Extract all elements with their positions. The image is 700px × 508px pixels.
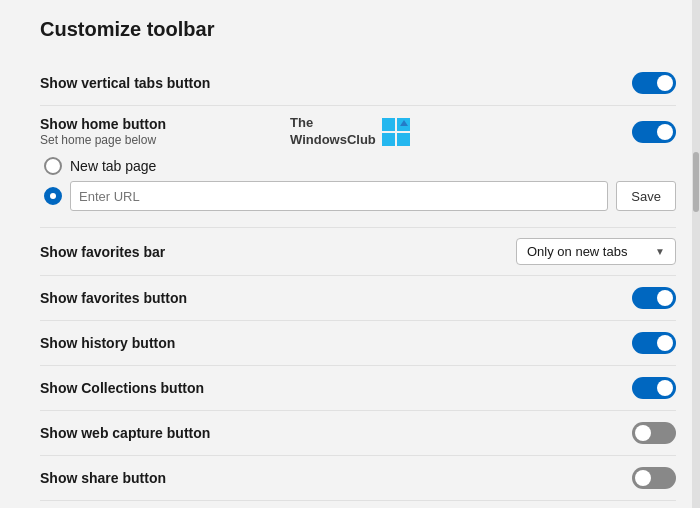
favorites-button-toggle[interactable] (632, 287, 676, 309)
home-button-toggle[interactable] (632, 121, 676, 143)
setting-history-button: Show history button (40, 321, 676, 365)
scrollbar-thumb[interactable] (693, 152, 699, 212)
setting-favorites-bar: Show favorites bar Only on new tabs ▼ (40, 228, 676, 275)
setting-feedback-button: Show feedback button (40, 501, 676, 508)
home-button-sub-label: Set home page below (40, 133, 166, 147)
web-capture-label: Show web capture button (40, 425, 210, 441)
web-capture-slider (632, 422, 676, 444)
watermark-text-block: The WindowsClub (290, 115, 376, 149)
history-button-knob (657, 335, 673, 351)
collections-button-toggle[interactable] (632, 377, 676, 399)
new-tab-label: New tab page (70, 158, 156, 174)
scrollbar[interactable] (692, 0, 700, 508)
home-button-slider (632, 121, 676, 143)
home-button-labels: Show home button Set home page below (40, 116, 166, 147)
history-button-toggle[interactable] (632, 332, 676, 354)
url-option-row: Save (44, 181, 676, 211)
setting-collections-button: Show Collections button (40, 366, 676, 410)
vertical-tabs-toggle[interactable] (632, 72, 676, 94)
page-title: Customize toolbar (40, 18, 676, 41)
windows-club-icon (382, 118, 410, 146)
home-button-label: Show home button (40, 116, 166, 132)
history-button-slider (632, 332, 676, 354)
new-tab-radio[interactable] (44, 157, 62, 175)
collections-button-knob (657, 380, 673, 396)
favorites-button-label: Show favorites button (40, 290, 187, 306)
home-button-sub-section: New tab page Save (40, 151, 676, 217)
watermark: The WindowsClub (290, 115, 410, 149)
watermark-line2: WindowsClub (290, 132, 376, 149)
new-tab-page-option[interactable]: New tab page (44, 157, 676, 175)
svg-rect-3 (397, 133, 410, 146)
chevron-down-icon: ▼ (655, 246, 665, 257)
share-button-label: Show share button (40, 470, 166, 486)
share-button-slider (632, 467, 676, 489)
share-button-knob (635, 470, 651, 486)
setting-share-button: Show share button (40, 456, 676, 500)
vertical-tabs-knob (657, 75, 673, 91)
vertical-tabs-slider (632, 72, 676, 94)
web-capture-toggle[interactable] (632, 422, 676, 444)
save-url-button[interactable]: Save (616, 181, 676, 211)
collections-button-label: Show Collections button (40, 380, 204, 396)
favorites-bar-dropdown[interactable]: Only on new tabs ▼ (516, 238, 676, 265)
svg-rect-2 (382, 133, 395, 146)
setting-vertical-tabs: Show vertical tabs button (40, 61, 676, 105)
favorites-bar-dropdown-value: Only on new tabs (527, 244, 627, 259)
web-capture-knob (635, 425, 651, 441)
share-button-toggle[interactable] (632, 467, 676, 489)
collections-button-slider (632, 377, 676, 399)
vertical-tabs-label: Show vertical tabs button (40, 75, 210, 91)
url-radio[interactable] (44, 187, 62, 205)
watermark-line1: The (290, 115, 376, 132)
favorites-button-slider (632, 287, 676, 309)
history-button-label: Show history button (40, 335, 175, 351)
favorites-bar-label: Show favorites bar (40, 244, 165, 260)
setting-web-capture: Show web capture button (40, 411, 676, 455)
url-input[interactable] (70, 181, 608, 211)
svg-rect-0 (382, 118, 395, 131)
setting-favorites-button: Show favorites button (40, 276, 676, 320)
customize-toolbar-page: Customize toolbar Show vertical tabs but… (0, 0, 700, 508)
favorites-button-knob (657, 290, 673, 306)
home-button-knob (657, 124, 673, 140)
